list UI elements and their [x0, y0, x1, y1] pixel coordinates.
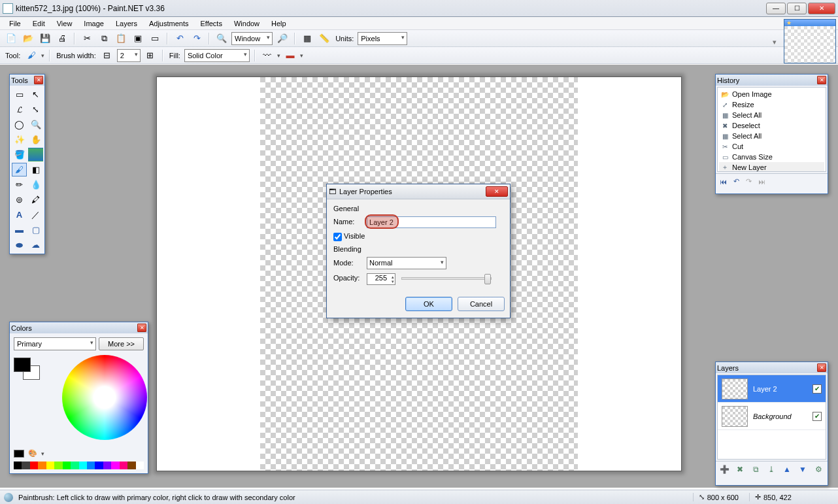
- swatch[interactable]: [71, 462, 78, 469]
- layer-row[interactable]: Background✔: [718, 403, 826, 430]
- new-file-button[interactable]: 📄: [4, 31, 18, 46]
- merge-down-button[interactable]: ⤓: [765, 463, 777, 475]
- delete-layer-button[interactable]: ✖: [734, 463, 746, 475]
- move-selection-tool[interactable]: ⤡: [28, 103, 43, 116]
- cut-button[interactable]: ✂: [80, 31, 94, 46]
- maximize-button[interactable]: [787, 3, 807, 14]
- mode-combo[interactable]: Normal: [367, 257, 446, 269]
- add-layer-button[interactable]: ➕: [718, 463, 730, 475]
- history-item[interactable]: ＋New Layer: [719, 162, 824, 172]
- clone-tool[interactable]: ⊚: [12, 193, 27, 207]
- rect-select-tool[interactable]: ▭: [12, 88, 27, 101]
- print-button[interactable]: 🖨: [55, 31, 69, 46]
- swatch[interactable]: [103, 462, 111, 469]
- menu-window[interactable]: Window: [229, 18, 265, 29]
- current-tool-icon[interactable]: 🖌: [24, 48, 39, 63]
- aa-dropdown-icon[interactable]: ▾: [277, 52, 280, 59]
- antialias-button[interactable]: 〰: [260, 48, 275, 63]
- close-button[interactable]: [808, 3, 835, 14]
- palette-dropdown-icon[interactable]: ▾: [41, 450, 44, 457]
- brush-increase-button[interactable]: ⊞: [143, 48, 158, 63]
- copy-button[interactable]: ⧉: [97, 31, 111, 46]
- magic-wand-tool[interactable]: ✨: [12, 133, 27, 146]
- menu-help[interactable]: Help: [266, 18, 292, 29]
- pan-tool[interactable]: ✋: [28, 133, 43, 146]
- duplicate-layer-button[interactable]: ⧉: [750, 463, 762, 475]
- save-button[interactable]: 💾: [38, 31, 52, 46]
- layer-visible-checkbox[interactable]: ✔: [813, 412, 822, 421]
- history-item[interactable]: ▦Select All: [719, 110, 824, 120]
- history-ff-button[interactable]: ⏭: [758, 178, 765, 186]
- deselect-button[interactable]: ▭: [148, 31, 162, 46]
- swatch[interactable]: [111, 462, 119, 469]
- redo-button[interactable]: ↷: [190, 31, 204, 46]
- swatch[interactable]: [136, 462, 144, 469]
- history-item[interactable]: 📂Open Image: [719, 89, 824, 99]
- open-file-button[interactable]: 📂: [21, 31, 35, 46]
- menu-effects[interactable]: Effects: [195, 18, 227, 29]
- fg-bg-swatch[interactable]: [14, 358, 42, 384]
- history-item[interactable]: ✖Deselect: [719, 120, 824, 131]
- history-close-button[interactable]: [817, 76, 826, 84]
- grid-button[interactable]: ▦: [300, 31, 314, 46]
- move-tool[interactable]: ↖: [28, 88, 43, 101]
- swatch[interactable]: [127, 462, 135, 469]
- menu-image[interactable]: Image: [78, 18, 109, 29]
- tools-close-button[interactable]: [34, 76, 43, 84]
- swatch[interactable]: [95, 462, 103, 469]
- move-up-button[interactable]: ▲: [781, 463, 793, 475]
- cancel-button[interactable]: Cancel: [458, 297, 505, 311]
- paintbrush-tool[interactable]: 🖌: [12, 163, 27, 176]
- minimize-button[interactable]: [766, 3, 786, 14]
- layers-close-button[interactable]: [817, 363, 826, 372]
- lasso-tool[interactable]: 𝓛: [12, 103, 27, 116]
- swatch[interactable]: [30, 462, 38, 469]
- swatch[interactable]: [87, 462, 95, 469]
- move-down-button[interactable]: ▼: [797, 463, 809, 475]
- ellipse-tool[interactable]: ⬬: [12, 238, 27, 252]
- ok-button[interactable]: OK: [405, 297, 452, 311]
- menu-adjustments[interactable]: Adjustments: [144, 18, 194, 29]
- bucket-tool[interactable]: 🪣: [12, 148, 27, 161]
- zoom-tool[interactable]: 🔍: [28, 118, 43, 131]
- menu-layers[interactable]: Layers: [110, 18, 142, 29]
- menu-edit[interactable]: Edit: [27, 18, 50, 29]
- color-picker-tool[interactable]: 💧: [28, 178, 43, 192]
- swatch[interactable]: [120, 462, 127, 469]
- history-undo-button[interactable]: ↶: [733, 177, 739, 186]
- swatch[interactable]: [63, 462, 71, 469]
- colors-close-button[interactable]: [137, 324, 146, 332]
- window-combo[interactable]: Window: [231, 32, 273, 45]
- pencil-tool[interactable]: ✏: [12, 178, 27, 192]
- freeform-tool[interactable]: ☁: [28, 238, 43, 252]
- line-tool[interactable]: ／: [28, 208, 43, 222]
- rounded-rect-tool[interactable]: ▢: [28, 223, 43, 237]
- undo-button[interactable]: ↶: [173, 31, 187, 46]
- history-item[interactable]: ✂Cut: [719, 141, 824, 152]
- history-list[interactable]: 📂Open Image⤢Resize▦Select All✖Deselect▦S…: [717, 87, 826, 172]
- menu-view[interactable]: View: [52, 18, 78, 29]
- blend-button[interactable]: ▬: [283, 48, 297, 63]
- ellipse-select-tool[interactable]: ◯: [12, 118, 27, 131]
- gradient-tool[interactable]: [28, 148, 43, 161]
- crop-button[interactable]: ▣: [131, 31, 145, 46]
- swatch[interactable]: [79, 462, 87, 469]
- swatch[interactable]: [46, 462, 54, 469]
- menu-file[interactable]: File: [4, 18, 26, 29]
- opacity-spinner[interactable]: 255: [367, 273, 395, 285]
- text-tool[interactable]: A: [12, 208, 27, 222]
- visible-checkbox[interactable]: [333, 233, 342, 241]
- history-item[interactable]: ▦Select All: [719, 131, 824, 141]
- eraser-tool[interactable]: ◧: [28, 163, 43, 176]
- tool-dropdown-icon[interactable]: ▾: [41, 52, 44, 59]
- layer-name-input[interactable]: [367, 216, 496, 228]
- paste-button[interactable]: 📋: [114, 31, 128, 46]
- palette-icon[interactable]: 🎨: [28, 449, 37, 458]
- brush-decrease-button[interactable]: ⊟: [100, 48, 114, 63]
- opacity-slider[interactable]: [401, 277, 492, 280]
- color-target-combo[interactable]: Primary: [14, 337, 96, 350]
- color-wheel[interactable]: [62, 355, 147, 440]
- document-preview[interactable]: ★: [784, 19, 836, 63]
- layers-list[interactable]: Layer 2✔Background✔: [717, 375, 826, 460]
- swatch[interactable]: [54, 462, 62, 469]
